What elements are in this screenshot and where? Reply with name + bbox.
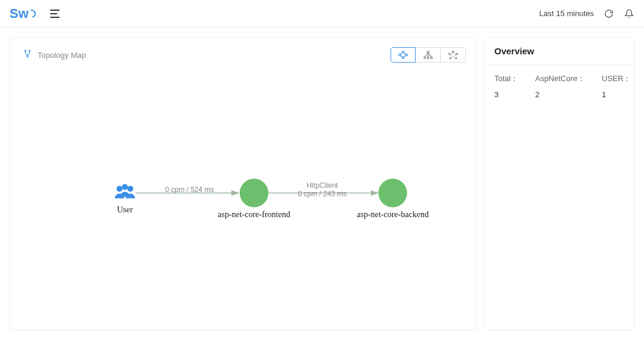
overview-stats: Total： 3 AspNetCore： 2 USER： 1 (485, 65, 634, 107)
bell-icon (624, 9, 634, 18)
stat-user-value: 1 (602, 90, 631, 99)
svg-point-26 (127, 186, 133, 192)
svg-point-21 (450, 57, 451, 58)
refresh-button[interactable] (603, 8, 614, 19)
svg-point-23 (451, 52, 456, 57)
svg-line-9 (404, 52, 405, 54)
timerange-selector[interactable]: Last 15 minutes (539, 9, 594, 18)
svg-point-25 (116, 186, 122, 192)
svg-line-8 (401, 55, 402, 57)
svg-point-14 (431, 57, 432, 58)
svg-point-19 (456, 53, 457, 54)
node-user[interactable] (114, 184, 135, 198)
svg-point-18 (452, 51, 453, 52)
svg-point-22 (448, 53, 450, 54)
stat-user: USER： 1 (602, 73, 631, 99)
branch-icon (23, 48, 32, 61)
svg-point-12 (423, 57, 425, 58)
svg-point-11 (427, 51, 429, 53)
refresh-icon (604, 9, 614, 18)
stat-total-value: 3 (494, 90, 518, 99)
menu-toggle-button[interactable] (50, 10, 61, 18)
topbar-right: Last 15 minutes (539, 8, 634, 19)
node-user-label: User (117, 205, 133, 214)
svg-line-15 (425, 53, 428, 57)
stat-user-label: USER： (602, 73, 631, 84)
logo: Sw (10, 6, 36, 21)
topology-panel: Topology Map (10, 37, 477, 330)
logo-text: Sw (10, 6, 29, 21)
stat-aspnetcore-value: 2 (535, 90, 585, 99)
svg-point-24 (122, 184, 128, 190)
svg-point-2 (27, 56, 28, 57)
layout-mode-force-button[interactable] (391, 47, 416, 63)
notifications-button[interactable] (624, 8, 634, 19)
svg-point-1 (29, 50, 30, 51)
topbar: Sw Last 15 minutes (0, 0, 644, 27)
stat-aspnetcore-label: AspNetCore： (535, 73, 585, 84)
overview-panel: Overview Total： 3 AspNetCore： 2 USER： 1 (484, 37, 634, 330)
node-frontend[interactable] (240, 178, 268, 207)
topology-graph[interactable]: 0 cpm / 524 ms HttpClient 0 cpm / 243 ms… (10, 67, 476, 336)
graph-circular-icon (447, 50, 459, 60)
stat-aspnetcore: AspNetCore： 2 (535, 73, 585, 99)
stat-total-label: Total： (494, 73, 518, 84)
svg-line-7 (401, 52, 402, 54)
node-frontend-label: asp-net-core-frontend (218, 209, 290, 219)
main-content: Topology Map (0, 27, 644, 340)
edge-user-frontend-metric: 0 cpm / 524 ms (165, 186, 214, 194)
layout-mode-circular-button[interactable] (441, 47, 466, 63)
edge-frontend-backend-protocol: HttpClient (306, 181, 338, 190)
svg-line-10 (404, 55, 405, 57)
svg-point-13 (427, 57, 429, 58)
edge-frontend-backend-metric: 0 cpm / 243 ms (298, 190, 346, 198)
topology-title: Topology Map (38, 51, 86, 60)
stat-total: Total： 3 (494, 73, 518, 99)
overview-title: Overview (485, 38, 634, 65)
graph-tree-icon (422, 50, 434, 60)
node-backend-label: asp-net-core-backend (357, 209, 429, 219)
node-backend[interactable] (379, 178, 407, 207)
svg-line-17 (428, 53, 432, 57)
svg-point-0 (24, 50, 26, 51)
graph-force-icon (397, 50, 409, 60)
svg-point-20 (455, 57, 456, 58)
layout-mode-group (391, 47, 466, 63)
layout-mode-tree-button[interactable] (416, 47, 441, 63)
